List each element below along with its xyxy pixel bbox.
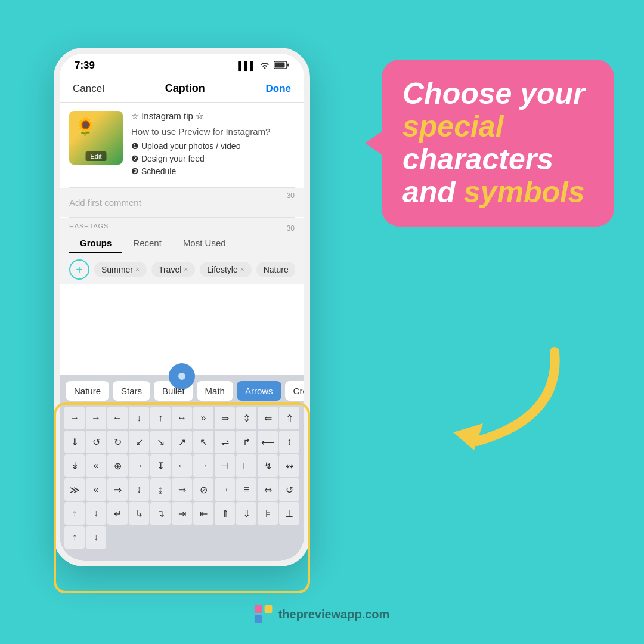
tab-math[interactable]: Math [197,381,233,401]
signal-icon: ▌▌▌ [238,61,256,70]
tab-most-used[interactable]: Most Used [172,234,237,253]
symbol-cell-5[interactable]: ↔ [172,407,192,429]
symbol-cell-46[interactable]: ↵ [107,502,128,525]
tab-arrows[interactable]: Arrows [237,381,281,401]
chip-lifestyle[interactable]: Lifestyle × [200,262,251,277]
symbol-cell-20[interactable]: ⟵ [258,431,278,453]
symbol-cell-45[interactable]: ↓ [86,502,106,525]
comment-char-count: 30 [287,191,295,200]
symbol-cell-43[interactable]: ↺ [279,478,299,501]
symbol-cell-18[interactable]: ⇌ [215,431,235,453]
comment-section: 30 Add first comment [60,188,304,217]
symbol-cell-29[interactable]: ⊣ [215,454,235,477]
chip-nature[interactable]: Nature [256,262,295,277]
caption-area: 🌻 Edit ☆ Instagram tip ☆ How to use Prev… [60,103,304,187]
symbol-cell-55[interactable]: ↑ [64,526,85,549]
symbol-cell-8[interactable]: ⇕ [236,407,256,429]
symbol-cell-32[interactable]: ↭ [279,454,299,477]
symbol-cell-19[interactable]: ↱ [236,431,256,453]
symbol-cell-3[interactable]: ↓ [129,407,149,429]
hashtags-section: HASHTAGS 30 Groups Recent Most Used + Su… [60,218,304,284]
caption-text-area: ☆ Instagram tip ☆ How to use Preview for… [131,111,295,179]
symbol-cell-49[interactable]: ⇥ [172,502,192,525]
symbol-cell-53[interactable]: ⊧ [258,502,278,525]
symbol-cell-50[interactable]: ⇤ [193,502,213,525]
symbol-cell-36[interactable]: ↕ [129,478,149,501]
symbol-cell-41[interactable]: ≡ [236,478,256,501]
symbol-cell-0[interactable]: → [64,407,85,429]
brand-logo-icon [255,605,273,623]
blue-dot[interactable] [169,363,195,389]
symbol-cell-54[interactable]: ⊥ [279,502,299,525]
tab-recent[interactable]: Recent [122,234,172,253]
symbol-cell-33[interactable]: ≫ [64,478,85,501]
tab-cross[interactable]: Cross [285,381,304,401]
chip-summer[interactable]: Summer × [94,262,147,277]
symbol-cell-39[interactable]: ⊘ [193,478,213,501]
symbol-cell-16[interactable]: ↗ [172,431,192,453]
symbol-cell-11[interactable]: ⇓ [64,431,85,453]
done-button[interactable]: Done [265,83,291,95]
symbol-cell-48[interactable]: ↴ [150,502,171,525]
chip-travel-remove[interactable]: × [184,265,188,274]
symbol-cell-31[interactable]: ↯ [258,454,278,477]
symbol-cell-56[interactable]: ↓ [86,526,106,549]
nav-bar: Cancel Caption Done [60,78,304,103]
symbol-cell-2[interactable]: ← [107,407,128,429]
tab-stars[interactable]: Stars [113,381,150,401]
svg-rect-2 [287,63,289,66]
symbol-cell-51[interactable]: ⇑ [215,502,235,525]
symbol-cell-24[interactable]: ⊕ [107,454,128,477]
symbol-cell-22[interactable]: ↡ [64,454,85,477]
symbol-cell-6[interactable]: » [193,407,213,429]
chip-travel[interactable]: Travel × [151,262,195,277]
add-hashtag-button[interactable]: + [69,259,89,280]
tab-nature[interactable]: Nature [66,381,109,401]
brand-url: thepreviewapp.com [278,608,390,621]
svg-rect-8 [265,615,273,623]
chip-lifestyle-remove[interactable]: × [240,265,244,274]
symbol-cell-37[interactable]: ↨ [150,478,171,501]
symbol-cell-40[interactable]: → [215,478,235,501]
symbols-grid: →→←↓↑↔»⇒⇕⇐⇑⇓↺↻↙↘↗↖⇌↱⟵↕↡«⊕→↧←→⊣⊢↯↭≫«⇒↕↨⇒⊘… [60,404,304,551]
symbol-cell-23[interactable]: « [86,454,106,477]
comment-input[interactable]: Add first comment [69,194,295,211]
symbol-cell-21[interactable]: ↕ [279,431,299,453]
page-title: Caption [165,82,205,95]
photo-edit-label[interactable]: Edit [86,151,107,161]
symbol-cell-52[interactable]: ⇓ [236,502,256,525]
symbol-cell-10[interactable]: ⇑ [279,407,299,429]
svg-rect-6 [265,605,273,613]
symbol-cell-1[interactable]: → [86,407,106,429]
tab-groups[interactable]: Groups [69,234,122,253]
symbol-cell-25[interactable]: → [129,454,149,477]
cancel-button[interactable]: Cancel [73,83,104,95]
symbol-cell-4[interactable]: ↑ [150,407,171,429]
svg-rect-7 [255,615,262,623]
keyboard-panel: Nature Stars Bullet Math Arrows Cross →→… [60,375,304,561]
symbol-cell-30[interactable]: ⊢ [236,454,256,477]
symbol-cell-26[interactable]: ↧ [150,454,171,477]
symbol-cell-14[interactable]: ↙ [129,431,149,453]
instagram-tip: ☆ Instagram tip ☆ [131,111,295,122]
chip-summer-remove[interactable]: × [135,265,140,274]
symbol-cell-28[interactable]: → [193,454,213,477]
symbol-cell-7[interactable]: ⇒ [215,407,235,429]
symbol-cell-13[interactable]: ↻ [107,431,128,453]
symbol-cell-27[interactable]: ← [172,454,192,477]
symbol-cell-17[interactable]: ↖ [193,431,213,453]
symbol-cell-15[interactable]: ↘ [150,431,171,453]
symbol-cell-42[interactable]: ⇔ [258,478,278,501]
symbol-cell-35[interactable]: ⇒ [107,478,128,501]
arrow-decoration [405,346,584,465]
symbol-cell-44[interactable]: ↑ [64,502,85,525]
symbol-cell-38[interactable]: ⇒ [172,478,192,501]
symbol-cell-9[interactable]: ⇐ [258,407,278,429]
status-icons: ▌▌▌ [238,61,289,71]
promo-bubble: Choose your special characters and symbo… [382,60,614,227]
symbol-cell-47[interactable]: ↳ [129,502,149,525]
bubble-text: Choose your special characters and symbo… [402,78,593,209]
symbol-cell-34[interactable]: « [86,478,106,501]
photo-thumbnail: 🌻 Edit [69,111,123,165]
symbol-cell-12[interactable]: ↺ [86,431,106,453]
